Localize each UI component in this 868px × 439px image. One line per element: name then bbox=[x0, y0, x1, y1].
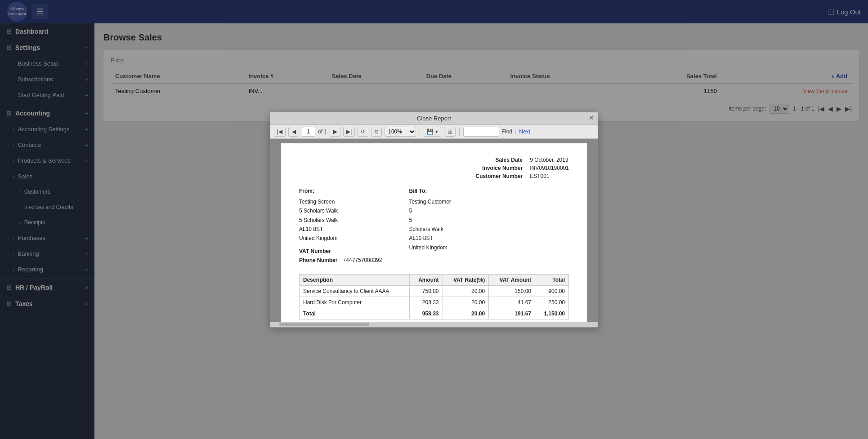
sales-date-value: 9 October, 2019 bbox=[530, 157, 569, 163]
total-amount: 958.33 bbox=[410, 308, 443, 319]
report-meta: Sales Date 9 October, 2019 Invoice Numbe… bbox=[476, 157, 569, 179]
from-company: Testing Screen bbox=[299, 197, 382, 206]
zoom-out-button[interactable]: ⊖ bbox=[371, 127, 382, 137]
totals-row: Total 958.33 20.00 191.67 1,150.00 bbox=[300, 308, 569, 319]
item1-description: Service Consultancy to Client AAAA bbox=[300, 285, 410, 297]
from-addr2: 5 Scholars Walk bbox=[299, 216, 382, 225]
content-area: Browse Sales Filter Customer Name Invoic… bbox=[94, 23, 868, 439]
bill-addr2: 5 bbox=[409, 216, 451, 225]
col-vat-amount: VAT Amount bbox=[489, 274, 535, 285]
find-label: Find bbox=[502, 129, 512, 135]
tb-separator-1 bbox=[420, 128, 420, 136]
invoice-number-value: INV0910190001 bbox=[530, 165, 569, 171]
print-button[interactable]: 🖨 bbox=[444, 127, 456, 137]
col-vat-rate: VAT Rate(%) bbox=[443, 274, 489, 285]
report-modal: Close Report ✕ |◀ ◀ of 1 ▶ ▶| ↺ ⊖ 100% 7… bbox=[270, 112, 598, 328]
item2-amount: 208.33 bbox=[410, 297, 443, 308]
sales-date-label: Sales Date bbox=[476, 157, 523, 163]
item2-total: 250.00 bbox=[535, 297, 569, 308]
line-items-table: Description Amount VAT Rate(%) VAT Amoun… bbox=[299, 274, 569, 319]
bill-to-address: Bill To: Testing Customer 5 5 Scholars W… bbox=[409, 186, 451, 265]
first-page-tb-button[interactable]: |◀ bbox=[274, 127, 286, 137]
from-label: From: bbox=[299, 186, 382, 195]
last-page-tb-button[interactable]: ▶| bbox=[343, 127, 355, 137]
report-page: Sales Date 9 October, 2019 Invoice Numbe… bbox=[281, 143, 587, 322]
report-toolbar: |◀ ◀ of 1 ▶ ▶| ↺ ⊖ 100% 75% 150% 💾 ▾ 🖨 bbox=[270, 124, 598, 139]
tb-separator-2 bbox=[459, 128, 460, 136]
prev-page-tb-button[interactable]: ◀ bbox=[288, 127, 299, 137]
report-titlebar: Close Report ✕ bbox=[270, 112, 598, 124]
invoice-number-label: Invoice Number bbox=[476, 165, 523, 171]
from-postcode: AL10 8ST bbox=[299, 225, 382, 234]
vat-label: VAT Number bbox=[299, 247, 331, 256]
phone-label: Phone Number bbox=[299, 256, 337, 265]
bill-addr3: Scholars Walk bbox=[409, 225, 451, 234]
bill-postcode: AL10 8ST bbox=[409, 234, 451, 243]
item2-description: Hard Disk For Computer bbox=[300, 297, 410, 308]
horizontal-scrollbar[interactable] bbox=[270, 322, 598, 327]
from-address: From: Testing Screen 5 Scholars Walk 5 S… bbox=[299, 186, 382, 265]
page-number-input[interactable] bbox=[302, 127, 315, 137]
find-input[interactable] bbox=[463, 127, 499, 137]
col-total: Total bbox=[535, 274, 569, 285]
item2-vat-rate: 20.00 bbox=[443, 297, 489, 308]
item1-amount: 750.00 bbox=[410, 285, 443, 297]
next-page-tb-button[interactable]: ▶ bbox=[330, 127, 340, 137]
phone-value: +447757008392 bbox=[343, 256, 382, 265]
scrollbar-thumb bbox=[279, 323, 369, 326]
save-button[interactable]: 💾 ▾ bbox=[424, 127, 441, 137]
from-addr1: 5 Scholars Walk bbox=[299, 206, 382, 215]
total-label: Total bbox=[300, 308, 410, 319]
item1-total: 900.00 bbox=[535, 285, 569, 297]
line-item-row: Service Consultancy to Client AAAA 750.0… bbox=[300, 285, 569, 297]
col-description: Description bbox=[300, 274, 410, 285]
total-vat-amount: 191.67 bbox=[489, 308, 535, 319]
report-scroll[interactable]: Sales Date 9 October, 2019 Invoice Numbe… bbox=[270, 139, 598, 322]
customer-number-value: EST001 bbox=[530, 173, 569, 179]
close-report-button[interactable]: ✕ bbox=[589, 114, 594, 121]
col-amount: Amount bbox=[410, 274, 443, 285]
item1-vat-rate: 20.00 bbox=[443, 285, 489, 297]
refresh-button[interactable]: ↺ bbox=[358, 127, 368, 137]
report-header-info: Sales Date 9 October, 2019 Invoice Numbe… bbox=[299, 157, 569, 179]
report-overlay: Close Report ✕ |◀ ◀ of 1 ▶ ▶| ↺ ⊖ 100% 7… bbox=[94, 23, 868, 439]
item1-vat-amount: 150.00 bbox=[489, 285, 535, 297]
main-layout: ⊞ Dashboard ⊞ Settings − › Business Setu… bbox=[0, 23, 868, 439]
from-country: United Kingdom bbox=[299, 234, 382, 243]
customer-number-label: Customer Number bbox=[476, 173, 523, 179]
find-next-button[interactable]: Next bbox=[519, 129, 530, 135]
bill-to-label: Bill To: bbox=[409, 186, 451, 195]
bill-country: United Kingdom bbox=[409, 243, 451, 252]
total-total: 1,150.00 bbox=[535, 308, 569, 319]
bill-addr1: 5 bbox=[409, 206, 451, 215]
zoom-select[interactable]: 100% 75% 150% bbox=[385, 127, 416, 137]
item2-vat-amount: 41.67 bbox=[489, 297, 535, 308]
of-pages-label: of 1 bbox=[318, 129, 327, 135]
total-vat-rate: 20.00 bbox=[443, 308, 489, 319]
addresses: From: Testing Screen 5 Scholars Walk 5 S… bbox=[299, 186, 569, 265]
line-item-row: Hard Disk For Computer 208.33 20.00 41.6… bbox=[300, 297, 569, 308]
bill-company: Testing Customer bbox=[409, 197, 451, 206]
report-title: Close Report bbox=[417, 115, 451, 122]
